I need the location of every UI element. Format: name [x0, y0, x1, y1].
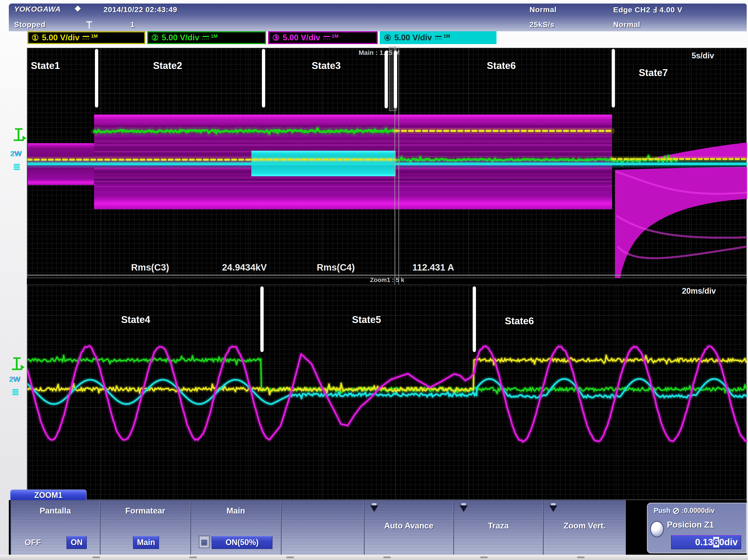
- knob-push-readout: Push ⊘ :0.0000div: [654, 506, 715, 516]
- channel-number: ④: [384, 33, 391, 43]
- trigger-summary: Edge CH2 Ⅎ 4.00 V: [613, 5, 682, 14]
- value-cursor-digit: 6: [713, 537, 719, 547]
- main-on50-value[interactable]: ON(50%): [212, 536, 273, 549]
- menu-traza[interactable]: Traza: [453, 500, 543, 555]
- brand-logo: YOKOGAWA: [14, 5, 61, 14]
- menu-zoom-vert[interactable]: Zoom Vert.: [543, 500, 626, 555]
- state-label: State6: [487, 60, 516, 71]
- channel-number: ①: [31, 33, 39, 43]
- trigger-position-icon: [86, 21, 92, 29]
- pantalla-on-option-selected[interactable]: ON: [67, 536, 87, 549]
- dropdown-marker-icon: [460, 503, 468, 513]
- zoom-position-value[interactable]: 0.1360div: [671, 535, 741, 549]
- channel-scale: 5.00 V/div: [283, 33, 320, 42]
- pantalla-off-option[interactable]: OFF: [25, 538, 41, 547]
- graticule-divider: [27, 275, 747, 276]
- state-label: State2: [153, 60, 182, 71]
- menu-empty-cell: [281, 500, 364, 555]
- menu-pantalla-title: Pantalla: [11, 506, 99, 515]
- ground-markers: 2W: [9, 375, 20, 383]
- state-separator: [473, 286, 476, 352]
- measurement-label: Rms(C3): [131, 262, 169, 273]
- acquisition-status: Stopped: [14, 20, 46, 29]
- acquisition-mode: Normal: [530, 5, 557, 14]
- tab-zoom1-label: ZOOM1: [34, 491, 62, 500]
- menu-main-title: Main: [191, 506, 281, 515]
- state-label: State5: [352, 314, 381, 325]
- display-split-icon: ▦: [199, 536, 209, 548]
- brand-diamond-icon: ◆: [75, 3, 81, 12]
- state-separator: [260, 286, 264, 352]
- ch4-level-marker-icon: ≣: [11, 387, 19, 397]
- main-on50-label: ON(50%): [226, 538, 259, 547]
- trigger-mode: Normal: [613, 20, 640, 29]
- dropdown-marker-icon: [370, 503, 378, 513]
- softkey-menu-bar: Pantalla OFF ON Formatear Main Main ▦ ON…: [9, 500, 747, 555]
- pantalla-on-label: ON: [71, 538, 83, 547]
- channel-scale: 5.00 V/div: [162, 33, 199, 42]
- input-impedance: 1M: [332, 32, 338, 39]
- channel-4-badge-selected[interactable]: ④ 5.00 V/div 1M: [380, 31, 496, 44]
- channel-scale: 5.00 V/div: [42, 33, 79, 42]
- knob-push-icon: ⊘: [672, 506, 680, 515]
- channel-1-badge[interactable]: ① 5.00 V/div 1M: [27, 31, 145, 44]
- ch2-trigger-level-marker: [12, 357, 24, 372]
- state-separator: [612, 49, 615, 108]
- channel-number: ②: [151, 33, 159, 43]
- zoom-cursor-line: [398, 46, 399, 285]
- menu-auto-avance-title: Auto Avance: [365, 521, 453, 531]
- menu-formatear[interactable]: Formatear Main: [100, 500, 190, 555]
- menu-formatear-title: Formatear: [100, 506, 190, 515]
- oscilloscope-screen: YOKOGAWA ◆ 2014/10/22 02:43:49 Normal Ed…: [0, 0, 748, 560]
- state-label: State4: [121, 314, 150, 325]
- menu-auto-avance[interactable]: Auto Avance: [364, 500, 453, 555]
- state-separator: [95, 49, 98, 108]
- ch2-trigger-level-marker: [14, 128, 26, 143]
- input-impedance: 1M: [211, 32, 218, 39]
- dc-coupling-icon: [203, 36, 209, 40]
- menu-pantalla[interactable]: Pantalla OFF ON: [10, 500, 100, 555]
- menu-zoom-vert-title: Zoom Vert.: [544, 521, 626, 531]
- bezel-tick: [480, 557, 488, 558]
- measurement-label: Rms(C4): [317, 262, 355, 273]
- dropdown-marker-icon: [549, 503, 557, 513]
- measurement-value: 24.9434kV: [222, 262, 267, 273]
- bezel-bottom-strip: [0, 555, 748, 560]
- zoom-timebase: 20ms/div: [682, 286, 716, 296]
- bezel-tick: [93, 557, 100, 558]
- rotary-knob-panel: Push ⊘ :0.0000div Posicion Z1 0.1360div: [647, 503, 747, 553]
- ch4-level-marker-icon: ≣: [13, 161, 21, 172]
- channel-scale: 5.00 V/div: [394, 33, 432, 42]
- knob-function-label: Posicion Z1: [667, 520, 714, 530]
- bezel-tick: [189, 557, 197, 558]
- zoom-cursor-bar[interactable]: [394, 51, 397, 109]
- bezel-tick: [577, 557, 585, 558]
- zoom-cursor-bar[interactable]: [384, 51, 388, 109]
- state-label: State3: [312, 60, 341, 71]
- value-suffix: 0div: [719, 537, 738, 547]
- formatear-value[interactable]: Main: [133, 536, 159, 549]
- tab-zoom1[interactable]: ZOOM1: [10, 490, 87, 500]
- ground-markers: 2W: [10, 149, 21, 158]
- menu-main[interactable]: Main ▦ ON(50%): [190, 500, 281, 555]
- dc-coupling-icon: [323, 36, 330, 40]
- state-label: State7: [639, 67, 668, 78]
- state-label: State6: [505, 316, 534, 326]
- header-bar: YOKOGAWA ◆ 2014/10/22 02:43:49 Normal Ed…: [9, 3, 747, 31]
- input-impedance: 1M: [443, 32, 450, 39]
- knob-push-label: Push: [654, 507, 671, 514]
- bezel-tick: [286, 557, 294, 558]
- value-prefix: 0.13: [695, 537, 713, 547]
- dc-coupling-icon: [435, 36, 442, 40]
- input-impedance: 1M: [91, 32, 98, 39]
- bezel-tick: [383, 557, 391, 558]
- channel-2-badge[interactable]: ② 5.00 V/div 1M: [147, 31, 266, 44]
- display-split-glyph: ▦: [201, 538, 208, 546]
- datetime: 2014/10/22 02:43:49: [103, 5, 177, 14]
- state-label: State1: [31, 60, 60, 71]
- channel-3-badge[interactable]: ③ 5.00 V/div 1M: [268, 31, 378, 44]
- rotary-knob[interactable]: [650, 521, 664, 537]
- knob-push-value: :0.0000div: [682, 507, 715, 514]
- channel-number: ③: [272, 33, 280, 43]
- formatear-value-label: Main: [137, 538, 155, 547]
